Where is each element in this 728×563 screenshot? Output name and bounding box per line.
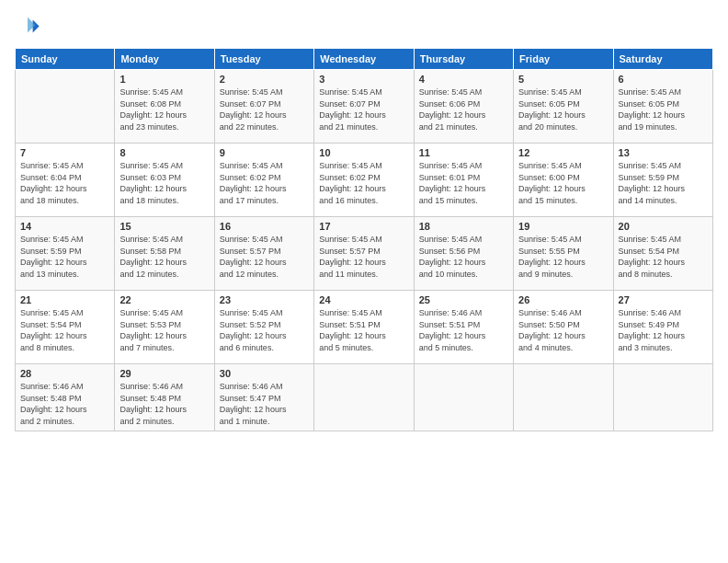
calendar-cell <box>314 364 414 431</box>
day-number: 3 <box>319 74 408 85</box>
calendar-cell: 18Sunrise: 5:45 AM Sunset: 5:56 PM Dayli… <box>414 217 513 291</box>
day-number: 7 <box>20 147 109 158</box>
day-info: Sunrise: 5:45 AM Sunset: 6:03 PM Dayligh… <box>119 160 209 206</box>
calendar-cell: 17Sunrise: 5:45 AM Sunset: 5:57 PM Dayli… <box>314 217 414 291</box>
day-number: 29 <box>119 368 209 379</box>
day-number: 11 <box>419 147 508 158</box>
day-info: Sunrise: 5:45 AM Sunset: 6:05 PM Dayligh… <box>619 86 708 132</box>
day-info: Sunrise: 5:45 AM Sunset: 5:56 PM Dayligh… <box>419 234 508 280</box>
day-number: 28 <box>20 368 109 379</box>
day-info: Sunrise: 5:45 AM Sunset: 5:59 PM Dayligh… <box>20 234 109 280</box>
header <box>15 11 713 40</box>
calendar-cell: 12Sunrise: 5:45 AM Sunset: 6:00 PM Dayli… <box>514 144 613 217</box>
day-number: 1 <box>119 74 209 85</box>
day-info: Sunrise: 5:45 AM Sunset: 5:58 PM Dayligh… <box>119 234 209 280</box>
calendar-cell: 26Sunrise: 5:46 AM Sunset: 5:50 PM Dayli… <box>514 291 613 364</box>
calendar-cell: 27Sunrise: 5:46 AM Sunset: 5:49 PM Dayli… <box>613 291 712 364</box>
day-number: 23 <box>220 294 309 305</box>
calendar-cell <box>514 364 613 431</box>
day-info: Sunrise: 5:45 AM Sunset: 6:02 PM Dayligh… <box>220 160 309 206</box>
day-number: 8 <box>119 147 209 158</box>
calendar-cell: 1Sunrise: 5:45 AM Sunset: 6:08 PM Daylig… <box>115 70 214 144</box>
calendar-cell: 5Sunrise: 5:45 AM Sunset: 6:05 PM Daylig… <box>514 70 613 144</box>
day-number: 14 <box>20 221 109 232</box>
day-info: Sunrise: 5:46 AM Sunset: 5:48 PM Dayligh… <box>20 381 109 427</box>
day-number: 2 <box>220 74 309 85</box>
calendar-table: SundayMondayTuesdayWednesdayThursdayFrid… <box>15 48 713 431</box>
calendar-cell: 8Sunrise: 5:45 AM Sunset: 6:03 PM Daylig… <box>115 144 214 217</box>
day-info: Sunrise: 5:46 AM Sunset: 5:49 PM Dayligh… <box>619 307 708 353</box>
day-info: Sunrise: 5:45 AM Sunset: 5:59 PM Dayligh… <box>619 160 708 206</box>
day-info: Sunrise: 5:45 AM Sunset: 6:02 PM Dayligh… <box>319 160 408 206</box>
calendar-cell: 25Sunrise: 5:46 AM Sunset: 5:51 PM Dayli… <box>414 291 513 364</box>
day-info: Sunrise: 5:45 AM Sunset: 5:55 PM Dayligh… <box>518 234 608 280</box>
calendar-cell: 20Sunrise: 5:45 AM Sunset: 5:54 PM Dayli… <box>613 217 712 291</box>
day-number: 21 <box>20 294 109 305</box>
day-number: 13 <box>619 147 708 158</box>
day-number: 12 <box>518 147 608 158</box>
day-info: Sunrise: 5:45 AM Sunset: 5:54 PM Dayligh… <box>619 234 708 280</box>
weekday-header-wednesday: Wednesday <box>314 49 414 70</box>
calendar-cell: 23Sunrise: 5:45 AM Sunset: 5:52 PM Dayli… <box>214 291 313 364</box>
calendar-cell: 4Sunrise: 5:45 AM Sunset: 6:06 PM Daylig… <box>414 70 513 144</box>
day-number: 5 <box>518 74 608 85</box>
calendar-cell <box>16 70 115 144</box>
calendar-cell: 3Sunrise: 5:45 AM Sunset: 6:07 PM Daylig… <box>314 70 414 144</box>
calendar-week-1: 1Sunrise: 5:45 AM Sunset: 6:08 PM Daylig… <box>16 70 713 144</box>
calendar-cell: 24Sunrise: 5:45 AM Sunset: 5:51 PM Dayli… <box>314 291 414 364</box>
page: SundayMondayTuesdayWednesdayThursdayFrid… <box>0 0 728 563</box>
calendar-cell: 11Sunrise: 5:45 AM Sunset: 6:01 PM Dayli… <box>414 144 513 217</box>
weekday-header-tuesday: Tuesday <box>214 49 313 70</box>
day-number: 9 <box>220 147 309 158</box>
calendar-cell: 19Sunrise: 5:45 AM Sunset: 5:55 PM Dayli… <box>514 217 613 291</box>
day-info: Sunrise: 5:45 AM Sunset: 6:04 PM Dayligh… <box>20 160 109 206</box>
calendar-cell <box>613 364 712 431</box>
day-info: Sunrise: 5:45 AM Sunset: 6:05 PM Dayligh… <box>518 86 608 132</box>
day-info: Sunrise: 5:45 AM Sunset: 6:07 PM Dayligh… <box>220 86 309 132</box>
day-info: Sunrise: 5:45 AM Sunset: 5:52 PM Dayligh… <box>220 307 309 353</box>
calendar-week-2: 7Sunrise: 5:45 AM Sunset: 6:04 PM Daylig… <box>16 144 713 217</box>
day-info: Sunrise: 5:45 AM Sunset: 5:53 PM Dayligh… <box>119 307 209 353</box>
day-info: Sunrise: 5:45 AM Sunset: 5:57 PM Dayligh… <box>220 234 309 280</box>
weekday-header-monday: Monday <box>115 49 214 70</box>
calendar-cell: 22Sunrise: 5:45 AM Sunset: 5:53 PM Dayli… <box>115 291 214 364</box>
calendar-cell: 21Sunrise: 5:45 AM Sunset: 5:54 PM Dayli… <box>16 291 115 364</box>
day-number: 17 <box>319 221 408 232</box>
day-number: 24 <box>319 294 408 305</box>
calendar-cell: 10Sunrise: 5:45 AM Sunset: 6:02 PM Dayli… <box>314 144 414 217</box>
day-number: 18 <box>419 221 508 232</box>
calendar-cell <box>414 364 513 431</box>
weekday-header-sunday: Sunday <box>16 49 115 70</box>
weekday-header-thursday: Thursday <box>414 49 513 70</box>
calendar-cell: 9Sunrise: 5:45 AM Sunset: 6:02 PM Daylig… <box>214 144 313 217</box>
calendar-body: 1Sunrise: 5:45 AM Sunset: 6:08 PM Daylig… <box>16 70 713 431</box>
day-info: Sunrise: 5:45 AM Sunset: 6:07 PM Dayligh… <box>319 86 408 132</box>
day-number: 30 <box>220 368 309 379</box>
day-info: Sunrise: 5:46 AM Sunset: 5:48 PM Dayligh… <box>119 381 209 427</box>
weekday-header-row: SundayMondayTuesdayWednesdayThursdayFrid… <box>16 49 713 70</box>
day-number: 25 <box>419 294 508 305</box>
day-info: Sunrise: 5:45 AM Sunset: 5:57 PM Dayligh… <box>319 234 408 280</box>
calendar-cell: 13Sunrise: 5:45 AM Sunset: 5:59 PM Dayli… <box>613 144 712 217</box>
day-info: Sunrise: 5:46 AM Sunset: 5:51 PM Dayligh… <box>419 307 508 353</box>
calendar-cell: 7Sunrise: 5:45 AM Sunset: 6:04 PM Daylig… <box>16 144 115 217</box>
calendar-cell: 28Sunrise: 5:46 AM Sunset: 5:48 PM Dayli… <box>16 364 115 431</box>
day-number: 20 <box>619 221 708 232</box>
day-number: 27 <box>619 294 708 305</box>
day-number: 6 <box>619 74 708 85</box>
day-info: Sunrise: 5:45 AM Sunset: 5:54 PM Dayligh… <box>20 307 109 353</box>
day-number: 22 <box>119 294 209 305</box>
day-number: 15 <box>119 221 209 232</box>
logo <box>15 15 44 40</box>
calendar-cell: 15Sunrise: 5:45 AM Sunset: 5:58 PM Dayli… <box>115 217 214 291</box>
day-number: 4 <box>419 74 508 85</box>
day-info: Sunrise: 5:46 AM Sunset: 5:50 PM Dayligh… <box>518 307 608 353</box>
day-info: Sunrise: 5:46 AM Sunset: 5:47 PM Dayligh… <box>220 381 309 427</box>
day-info: Sunrise: 5:45 AM Sunset: 6:08 PM Dayligh… <box>119 86 209 132</box>
calendar-cell: 16Sunrise: 5:45 AM Sunset: 5:57 PM Dayli… <box>214 217 313 291</box>
day-info: Sunrise: 5:45 AM Sunset: 6:00 PM Dayligh… <box>518 160 608 206</box>
weekday-header-saturday: Saturday <box>613 49 712 70</box>
logo-icon <box>15 15 40 40</box>
calendar-cell: 6Sunrise: 5:45 AM Sunset: 6:05 PM Daylig… <box>613 70 712 144</box>
calendar-week-4: 21Sunrise: 5:45 AM Sunset: 5:54 PM Dayli… <box>16 291 713 364</box>
